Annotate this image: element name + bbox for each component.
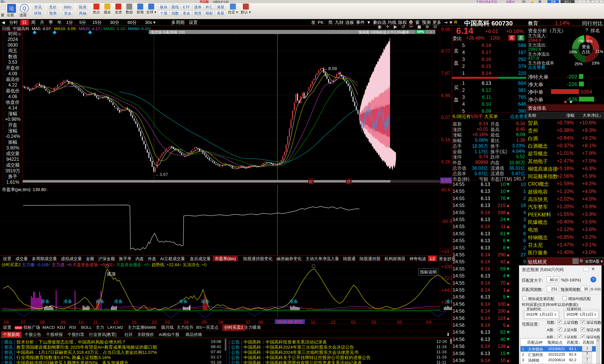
indicator-tab-陆股通[interactable]: 陆股通 [341, 256, 358, 261]
bottom-tab-last[interactable]: 主力吸筹 [242, 324, 263, 331]
period-30分[interactable]: 30分 [108, 20, 121, 25]
period-年[interactable]: 年 [55, 20, 64, 25]
chart-opt-连板[interactable]: 连板 [344, 20, 356, 25]
sector-name[interactable]: 超导概念 [528, 150, 548, 157]
dlg-row-name[interactable]: 汤姆猫 [528, 358, 539, 363]
news-item[interactable]: [ 观点 ] 技术分析：下山滑坡形态出现，中国高科风险会增大吗？ [2, 339, 211, 344]
toolbar-button-期货[interactable]: 期货 [192, 11, 203, 16]
sprite-gear-icon[interactable]: ⚙ [579, 258, 583, 264]
indicator-tab-陆股通持股[interactable]: 陆股通持股 [358, 256, 382, 261]
download-icon[interactable]: ⬇ [446, 332, 450, 337]
data-panel-gear-icon[interactable]: ⚙ [18, 32, 22, 36]
toolbar-button-板块[interactable]: 板块 [158, 4, 169, 10]
bottom-tab-active[interactable]: 分时买卖2 [222, 324, 245, 331]
toolbar-button-热点[interactable]: 热点 [91, 3, 102, 17]
toolbar-button-指数[interactable]: 指数 [170, 11, 180, 16]
toolbar-button-美股[interactable]: 美股 [215, 11, 226, 16]
news-tab-社区[interactable]: 社区 [123, 332, 135, 338]
bell-icon[interactable]: 🔔 [531, 0, 534, 3]
news-tab-个股新闻[interactable]: 个股新闻 [1, 332, 22, 338]
toolbar-button-两融[interactable]: 两融 [78, 11, 88, 16]
indicator-tab-陆股通持股变化[interactable]: 陆股通持股变化 [241, 256, 275, 261]
dlg-table-header[interactable]: 预测起点 [547, 340, 563, 345]
chart-opt-事件[interactable]: 事件 [355, 20, 366, 25]
buy-button[interactable]: 买 [508, 35, 515, 41]
bottom-tab-指标广场[interactable]: NEW 指标广场 [13, 324, 42, 331]
dlg-table-header[interactable]: 匹配度↓ [567, 340, 580, 345]
bottom-tab-设置[interactable]: 设置 [1, 324, 13, 331]
toolbar-button-预测[interactable]: 预测 [48, 11, 58, 16]
indicator-tab-机构探测器[interactable]: 机构探测器 [383, 256, 407, 261]
dlg-row-segment-btn[interactable]: 3 [582, 346, 592, 351]
sector-name[interactable]: 特钢概念 [528, 234, 548, 241]
sell-button[interactable]: 卖 [517, 35, 524, 41]
dialog-close-icon[interactable]: ✕ [591, 267, 595, 272]
pe-ratio-chart[interactable]: 40.6-50.9×10 [0, 185, 452, 255]
maximize-button[interactable]: ❐ [586, 0, 594, 3]
rank-col-1[interactable]: 涨幅 [565, 112, 581, 119]
news-tab-个股扫雷[interactable]: 个股扫雷 [66, 332, 86, 338]
checkbox-深证B股[interactable] [581, 335, 585, 339]
toolbar-button-资讯[interactable]: 资讯 [33, 4, 43, 10]
indicator-tab-盘后成交量[interactable]: 盘后成交量 [188, 256, 213, 261]
toolbar-button-股指[interactable]: 股指 [170, 4, 180, 10]
big-order-link[interactable]: 点击查看 [510, 113, 528, 120]
sector-name[interactable]: 医疗服务 [528, 249, 548, 256]
news-tab-AI相似个股[interactable]: AI相似个股 [157, 332, 181, 338]
forum-icon[interactable]: 论 [7, 4, 16, 13]
start-time-select[interactable]: 2022年 1月12日 [524, 311, 559, 318]
bottom-tab-主力监测66666[interactable]: 主力监测66666 [126, 324, 158, 331]
news-tab-商品价格[interactable]: 商品价格 [184, 332, 204, 338]
period-季[interactable]: 季 [47, 20, 55, 25]
checkbox-深证A股[interactable] [581, 328, 585, 331]
sector-name[interactable]: 芬太尼 [528, 242, 543, 248]
volume-match-checkbox[interactable] [522, 296, 526, 300]
funds-rank-link[interactable]: 排名 [591, 27, 600, 34]
indicator-tab-AI立桩成交量[interactable]: AI立桩成交量 [158, 256, 187, 261]
stock-picker-icon[interactable]: Q [20, 4, 29, 13]
sector-name[interactable]: 其他电子 [528, 158, 548, 165]
toolbar-button-数据[interactable]: 数据 [124, 3, 135, 17]
bottom-tab-主力[interactable]: 主力 [94, 324, 106, 331]
dialog-help-icon[interactable]: ? [591, 277, 596, 282]
period-5分[interactable]: 5分 [77, 20, 88, 25]
dlg-row-name[interactable]: 大华股份 [528, 347, 543, 352]
checkbox-上证A股[interactable] [558, 328, 562, 331]
period-多周期[interactable]: 多周期 [169, 20, 187, 25]
news-left-scrollbar[interactable] [225, 339, 226, 351]
sector-name[interactable]: 贸易 [528, 120, 538, 126]
chart-opt-简[interactable]: 简 [327, 20, 334, 25]
indicator-tab-主动大单净流入量[interactable]: 主动大单净流入量 [304, 256, 341, 261]
dlg-row-segment-btn[interactable]: 4 [582, 363, 592, 364]
indicator-tab-成交量[interactable]: 成交量 [13, 256, 30, 261]
dialog-minimize-icon[interactable] [584, 267, 589, 271]
sector-name[interactable]: 白酒 [528, 135, 538, 142]
chart-opt-PK[interactable]: PK [316, 20, 325, 25]
bottom-tab-圆月线[interactable]: 圆月线 [159, 324, 176, 331]
toolbar-button-资金[interactable]: 资金 [63, 11, 73, 16]
indicator-tab-外盘[interactable]: 外盘 [146, 256, 158, 261]
intraday-signal-chart[interactable]: +100.0+72.05+44.09+16.14准备准备准备准备准备准备准备准备… [0, 261, 452, 319]
toolbar-button-掘金[interactable]: 掘金 [101, 3, 113, 17]
toolbar-button-全球[interactable]: 全球 ▾ [145, 3, 157, 17]
indicator-tab-多周期成交量[interactable]: 多周期成交量 [30, 256, 59, 261]
news-right-scrollbar[interactable]: ▲ [450, 339, 452, 344]
news-item[interactable]: [ 公告 ] 中国高科：中国高科关于公开挂牌转让控股孙公司股权的进展公告 [229, 355, 432, 360]
toolbar-button-外汇[interactable]: 外汇 [204, 4, 214, 10]
period-60分[interactable]: 60分 [126, 20, 139, 25]
app-icon-caret[interactable]: ▾ [4, 1, 5, 3]
order-button[interactable]: 委托 ▾ [561, 0, 575, 3]
news-item[interactable]: [ 资讯 ] 中国高科连续2日融资买入额增长率超50%，多头加速建仓 [2, 360, 211, 364]
bottom-tab-KDJ[interactable]: KDJ [55, 324, 67, 331]
bottom-tab-RSI[interactable]: RSI [67, 324, 78, 331]
news-item[interactable]: [ 公告 ] 中国高科：中国高科2024年第三次临时股东大会法律意见书 [229, 350, 432, 355]
sector-name[interactable]: PEEK材料 [528, 211, 551, 218]
indicator-tab-沪深金额[interactable]: 沪深金额 [96, 256, 117, 261]
checkbox-深证指数[interactable] [581, 320, 585, 324]
dlg-row-name[interactable]: 汇顶科技 [528, 352, 543, 357]
period-周[interactable]: 周 [29, 20, 38, 25]
sector-name[interactable]: 汽车整车 [528, 204, 548, 210]
minimize-button[interactable]: ─ [578, 0, 586, 3]
news-tab-个股研报[interactable]: 个股研报 [44, 332, 65, 338]
news-tab-个股公告[interactable]: 个股公告 [23, 332, 43, 338]
